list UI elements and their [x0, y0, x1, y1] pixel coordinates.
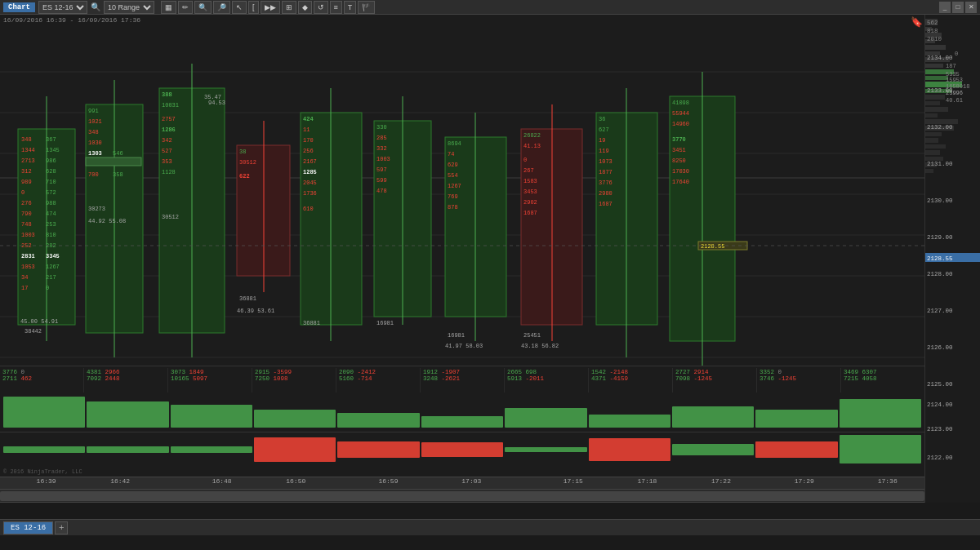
minimize-btn[interactable]: _: [939, 2, 951, 13]
svg-text:0: 0: [46, 285, 49, 291]
text-btn[interactable]: T: [344, 1, 357, 14]
chart-content[interactable]: 16/09/2016 16:39 - 16/09/2016 17:36 🔖 34…: [0, 15, 924, 392]
volume-profile-svg: 562 818 2010 2134.00 2133.00 2132.00 213…: [925, 15, 980, 503]
bracket-btn[interactable]: [: [248, 1, 259, 14]
svg-text:187: 187: [946, 63, 956, 69]
time-label-1659: 16:59: [378, 477, 398, 485]
svg-text:2129.00: 2129.00: [927, 234, 953, 241]
tabbar: ES 12-16 +: [0, 519, 980, 535]
svg-text:710: 710: [46, 179, 56, 185]
svg-text:15953: 15953: [946, 77, 963, 83]
svg-text:1736: 1736: [303, 190, 317, 197]
svg-text:554: 554: [448, 172, 458, 179]
search-icon: 🔍: [91, 2, 100, 12]
svg-text:3770: 3770: [672, 136, 686, 143]
svg-text:2124.00: 2124.00: [927, 401, 953, 408]
svg-text:0: 0: [955, 51, 958, 57]
svg-text:769: 769: [448, 193, 458, 200]
time-label-1736: 17:36: [878, 477, 898, 485]
price-scale: 562 818 2010 2134.00 2133.00 2132.00 213…: [924, 15, 980, 503]
bookmark-icon[interactable]: 🔖: [911, 16, 923, 29]
svg-rect-57: [86, 157, 141, 166]
split-btn[interactable]: ⊞: [282, 1, 296, 14]
svg-text:17: 17: [21, 285, 28, 291]
chart-svg[interactable]: 348367 13441345 2713986 312628 989710 05…: [0, 31, 924, 392]
svg-text:11: 11: [303, 126, 310, 133]
svg-text:627: 627: [599, 126, 609, 133]
svg-text:2125.00: 2125.00: [927, 381, 953, 388]
svg-rect-166: [925, 138, 938, 143]
svg-text:16981: 16981: [448, 332, 465, 339]
svg-rect-165: [925, 132, 942, 136]
svg-text:330: 330: [376, 124, 387, 131]
svg-text:0: 0: [21, 189, 24, 196]
symbol-select[interactable]: ES 12-16: [38, 1, 87, 14]
svg-text:253: 253: [46, 221, 56, 228]
svg-text:36881: 36881: [303, 320, 320, 326]
time-label-1648: 16:48: [212, 477, 232, 485]
svg-text:14960: 14960: [672, 121, 689, 127]
svg-rect-160: [925, 101, 940, 105]
tab-es1216[interactable]: ES 12-16: [3, 521, 53, 534]
svg-text:45.00   54.91: 45.00 54.91: [20, 318, 58, 325]
pencil-btn[interactable]: ✏: [178, 1, 193, 14]
svg-text:285: 285: [376, 135, 387, 141]
main-area: 16/09/2016 16:39 - 16/09/2016 17:36 🔖 34…: [0, 15, 980, 519]
svg-text:1345: 1345: [46, 147, 60, 153]
svg-text:546: 546: [113, 150, 123, 157]
svg-text:1687: 1687: [523, 210, 537, 216]
close-btn[interactable]: ✕: [965, 2, 977, 13]
svg-rect-167: [925, 144, 946, 149]
zoom-out-btn[interactable]: 🔎: [213, 1, 230, 14]
time-label-1703: 17:03: [461, 477, 481, 485]
list-btn[interactable]: ≡: [330, 1, 342, 14]
svg-text:2902: 2902: [523, 199, 537, 206]
diamond-btn[interactable]: ◆: [298, 1, 312, 14]
scrollbar-area: [0, 490, 924, 503]
svg-text:10031: 10031: [162, 102, 179, 109]
svg-text:2127.00: 2127.00: [927, 308, 953, 314]
svg-text:44.92   55.08: 44.92 55.08: [88, 218, 126, 224]
svg-text:388: 388: [162, 91, 172, 98]
svg-text:17640: 17640: [672, 179, 689, 185]
svg-text:2131.00: 2131.00: [927, 161, 953, 167]
svg-text:1267: 1267: [46, 264, 60, 270]
svg-text:1267: 1267: [448, 183, 461, 189]
svg-text:1687: 1687: [599, 201, 612, 207]
svg-text:2122.00: 2122.00: [927, 455, 953, 461]
refresh-btn[interactable]: ↺: [314, 1, 328, 14]
range-select[interactable]: 10 Range: [104, 1, 154, 14]
svg-text:1030: 1030: [88, 140, 102, 146]
svg-text:572: 572: [46, 189, 56, 196]
zoom-in-btn[interactable]: 🔍: [194, 1, 212, 14]
svg-text:818: 818: [927, 28, 938, 34]
svg-text:1344: 1344: [21, 147, 35, 153]
volume-numbers-row: 3776 0 2711 462 4381 2966 7092 2448 3073…: [0, 368, 924, 393]
bar-chart-btn[interactable]: ▦: [161, 1, 176, 14]
maximize-btn[interactable]: □: [952, 2, 964, 13]
svg-text:2010: 2010: [927, 36, 942, 42]
svg-text:38: 38: [239, 149, 246, 155]
svg-text:17030: 17030: [672, 168, 689, 175]
svg-text:991: 991: [88, 108, 99, 114]
svg-text:119: 119: [599, 148, 609, 154]
scrollbar-thumb[interactable]: [0, 491, 924, 501]
svg-text:358: 358: [113, 171, 123, 178]
svg-text:2128.55: 2128.55: [701, 243, 724, 250]
svg-text:30273: 30273: [88, 206, 105, 212]
tab-add-btn[interactable]: +: [55, 521, 68, 534]
green-volume-bars: [0, 395, 924, 428]
forward-btn[interactable]: ▶▶: [261, 1, 280, 14]
svg-text:748: 748: [21, 221, 32, 228]
flag-btn[interactable]: 🏴: [358, 1, 375, 14]
cursor-btn[interactable]: ↖: [232, 1, 247, 14]
svg-text:26822: 26822: [523, 132, 541, 139]
svg-text:478: 478: [376, 188, 387, 194]
svg-text:628: 628: [46, 168, 56, 175]
svg-text:597: 597: [376, 166, 387, 173]
svg-text:23996: 23996: [946, 90, 963, 96]
svg-rect-156: [925, 76, 948, 80]
svg-text:2980: 2980: [599, 190, 612, 197]
svg-text:1021: 1021: [88, 118, 102, 125]
svg-rect-161: [925, 107, 948, 112]
